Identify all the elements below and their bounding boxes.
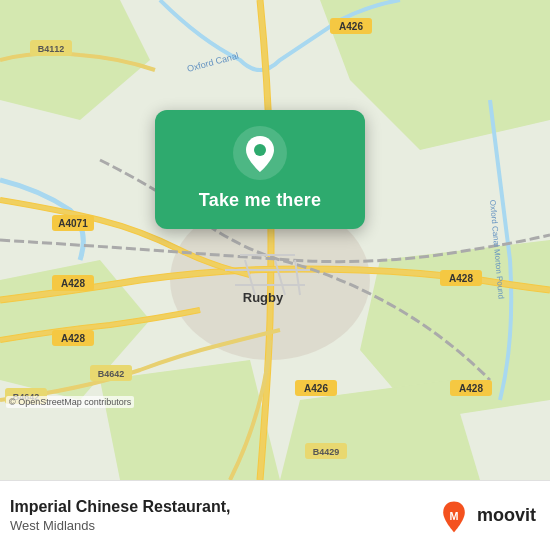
bottom-bar: Imperial Chinese Restaurant, West Midlan… [0,480,550,550]
moovit-text: moovit [477,505,536,526]
svg-text:M: M [449,509,458,521]
location-pin-icon [233,126,287,180]
svg-text:A428: A428 [61,278,85,289]
svg-text:B4642: B4642 [98,369,125,379]
svg-text:A428: A428 [449,273,473,284]
svg-text:A426: A426 [339,21,363,32]
svg-text:A428: A428 [459,383,483,394]
overlay-card: Take me there [155,110,365,229]
moovit-logo[interactable]: M moovit [436,498,536,534]
map-background: A426 A4071 A428 A428 A428 A428 A426 B464… [0,0,550,480]
map-attribution: © OpenStreetMap contributors [6,396,134,408]
map-container: A426 A4071 A428 A428 A428 A428 A426 B464… [0,0,550,480]
svg-text:Rugby: Rugby [243,290,284,305]
moovit-icon: M [436,498,472,534]
take-me-there-button[interactable]: Take me there [199,190,321,211]
svg-text:A4071: A4071 [58,218,88,229]
restaurant-name: Imperial Chinese Restaurant, [10,498,231,516]
svg-text:B4429: B4429 [313,447,340,457]
svg-text:A426: A426 [304,383,328,394]
svg-text:B4112: B4112 [38,44,65,54]
svg-text:A428: A428 [61,333,85,344]
restaurant-region: West Midlands [10,518,231,533]
svg-point-40 [254,144,266,156]
restaurant-info: Imperial Chinese Restaurant, West Midlan… [10,498,231,533]
